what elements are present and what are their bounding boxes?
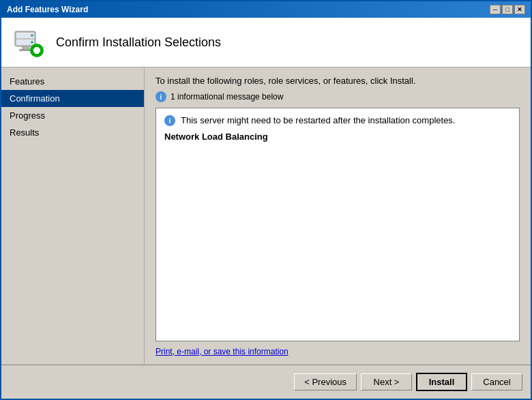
minimize-button[interactable]: ─	[490, 5, 501, 14]
svg-point-3	[31, 34, 33, 37]
install-button[interactable]: Install	[416, 373, 467, 391]
print-link[interactable]: Print, e-mail, or save this information	[156, 347, 520, 356]
content-box-info: i This server might need to be restarted…	[164, 115, 511, 126]
svg-rect-9	[33, 48, 40, 52]
content-box: i This server might need to be restarted…	[156, 108, 520, 341]
svg-point-4	[31, 41, 33, 44]
sidebar: Features Confirmation Progress Results	[1, 67, 145, 365]
sidebar-item-progress[interactable]: Progress	[1, 107, 144, 124]
maximize-button[interactable]: □	[502, 5, 513, 14]
title-bar: Add Features Wizard ─ □ ✕	[1, 1, 531, 18]
content-box-text: This server might need to be restarted a…	[181, 115, 455, 125]
sidebar-item-features[interactable]: Features	[1, 73, 144, 90]
svg-rect-5	[22, 46, 30, 49]
previous-button[interactable]: < Previous	[294, 373, 357, 390]
sidebar-item-results[interactable]: Results	[1, 124, 144, 141]
body: Features Confirmation Progress Results T…	[1, 67, 531, 365]
title-bar-buttons: ─ □ ✕	[490, 5, 525, 14]
info-bar-text: 1 informational message below	[171, 92, 283, 102]
wizard-icon	[12, 26, 45, 59]
content-info-icon: i	[164, 115, 175, 126]
cancel-button[interactable]: Cancel	[471, 373, 522, 390]
close-button[interactable]: ✕	[514, 5, 525, 14]
info-bar-icon: i	[156, 91, 166, 102]
info-bar: i 1 informational message below	[156, 91, 520, 102]
header: Confirm Installation Selections	[1, 18, 531, 67]
next-button[interactable]: Next >	[361, 373, 412, 390]
sidebar-item-confirmation[interactable]: Confirmation	[1, 90, 144, 107]
main-description: To install the following roles, role ser…	[156, 76, 520, 86]
feature-name: Network Load Balancing	[164, 132, 511, 142]
window-title: Add Features Wizard	[7, 5, 88, 14]
page-title: Confirm Installation Selections	[56, 35, 221, 50]
footer: < Previous Next > Install Cancel	[1, 365, 531, 399]
main-content: To install the following roles, role ser…	[145, 67, 531, 365]
wizard-window: Add Features Wizard ─ □ ✕	[0, 0, 532, 400]
